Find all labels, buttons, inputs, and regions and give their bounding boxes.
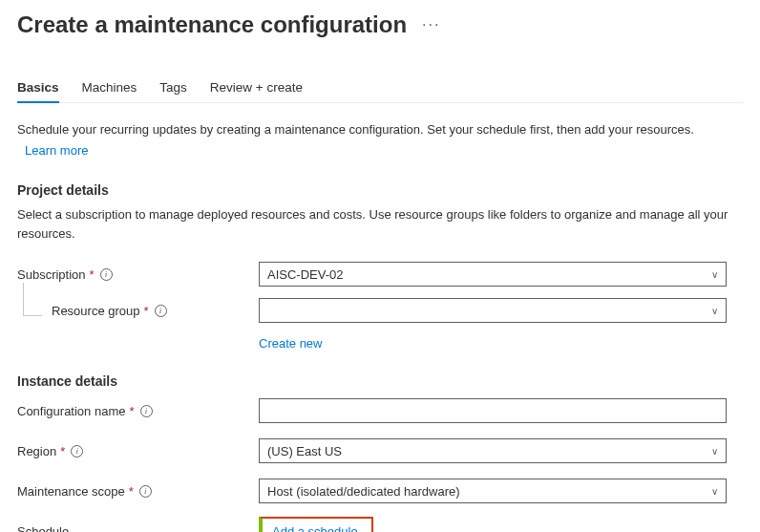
resource-group-select[interactable]: ∨	[259, 298, 727, 323]
region-label-col: Region * i	[17, 444, 259, 458]
subscription-label: Subscription	[17, 267, 86, 282]
tabs-bar: Basics Machines Tags Review + create	[17, 74, 743, 103]
info-icon[interactable]: i	[140, 405, 153, 417]
add-schedule-highlight: Add a schedule	[259, 517, 373, 532]
more-actions-icon[interactable]: ···	[422, 16, 440, 33]
intro-block: Schedule your recurring updates by creat…	[17, 120, 743, 160]
chevron-down-icon: ∨	[711, 306, 718, 316]
required-asterisk: *	[90, 267, 95, 282]
region-label: Region	[17, 444, 56, 458]
config-name-input-col	[259, 398, 727, 423]
resource-group-input-col: ∨	[259, 298, 727, 323]
resource-group-label: Resource group	[52, 304, 140, 318]
region-input-col: (US) East US ∨	[259, 438, 727, 463]
page-header: Create a maintenance configuration ···	[17, 11, 743, 38]
region-select[interactable]: (US) East US ∨	[259, 438, 727, 463]
info-icon[interactable]: i	[155, 305, 167, 317]
create-new-row: Create new	[17, 332, 743, 351]
learn-more-link[interactable]: Learn more	[25, 141, 743, 160]
maintenance-scope-value: Host (isolated/dedicated hardware)	[267, 484, 460, 499]
resource-group-label-col: Resource group * i	[17, 304, 259, 318]
schedule-label-col: Schedule	[17, 524, 259, 532]
subscription-row: Subscription * i AISC-DEV-02 ∨	[17, 260, 743, 288]
config-name-row: Configuration name * i	[17, 396, 743, 425]
config-name-label: Configuration name	[17, 404, 125, 418]
tab-basics[interactable]: Basics	[17, 74, 59, 102]
maintenance-scope-input-col: Host (isolated/dedicated hardware) ∨	[259, 479, 727, 503]
region-value: (US) East US	[267, 444, 342, 458]
resource-group-row: Resource group * i ∨	[17, 296, 743, 325]
required-asterisk: *	[60, 444, 65, 458]
tab-review-create[interactable]: Review + create	[210, 74, 303, 102]
schedule-row: Schedule Add a schedule	[17, 517, 743, 532]
required-asterisk: *	[144, 304, 149, 318]
intro-text: Schedule your recurring updates by creat…	[17, 122, 694, 137]
info-icon[interactable]: i	[71, 445, 83, 458]
create-new-link[interactable]: Create new	[259, 336, 322, 351]
maintenance-scope-row: Maintenance scope * i Host (isolated/ded…	[17, 477, 743, 505]
tab-machines[interactable]: Machines	[82, 74, 137, 102]
chevron-down-icon: ∨	[711, 269, 718, 280]
region-row: Region * i (US) East US ∨	[17, 436, 743, 465]
required-asterisk: *	[129, 404, 134, 418]
project-details-desc: Select a subscription to manage deployed…	[17, 205, 743, 243]
page-title: Create a maintenance configuration	[17, 11, 407, 38]
chevron-down-icon: ∨	[711, 486, 718, 497]
maintenance-scope-label-col: Maintenance scope * i	[17, 484, 259, 499]
info-icon[interactable]: i	[139, 485, 152, 498]
add-schedule-link[interactable]: Add a schedule	[272, 524, 358, 532]
subscription-input-col: AISC-DEV-02 ∨	[259, 262, 727, 287]
instance-details-heading: Instance details	[17, 373, 743, 389]
subscription-select[interactable]: AISC-DEV-02 ∨	[259, 262, 727, 287]
maintenance-scope-label: Maintenance scope	[17, 484, 125, 499]
subscription-label-col: Subscription * i	[17, 267, 259, 282]
schedule-label: Schedule	[17, 524, 69, 532]
maintenance-scope-select[interactable]: Host (isolated/dedicated hardware) ∨	[259, 479, 727, 503]
chevron-down-icon: ∨	[711, 446, 718, 457]
subscription-value: AISC-DEV-02	[267, 267, 343, 282]
required-asterisk: *	[129, 484, 134, 499]
project-details-heading: Project details	[17, 182, 743, 198]
tab-tags[interactable]: Tags	[159, 74, 187, 102]
info-icon[interactable]: i	[100, 268, 113, 281]
config-name-input[interactable]	[259, 398, 727, 423]
config-name-label-col: Configuration name * i	[17, 404, 259, 418]
schedule-input-col: Add a schedule	[259, 517, 727, 532]
